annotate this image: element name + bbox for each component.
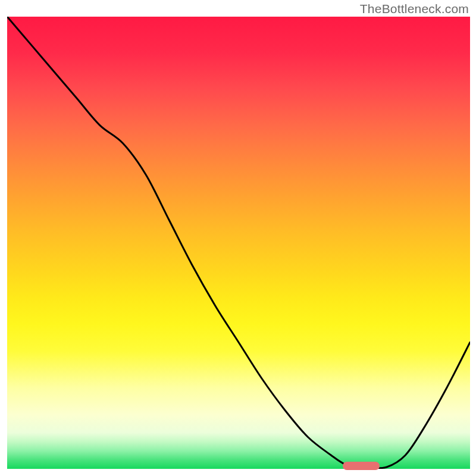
curve-svg <box>7 17 470 469</box>
watermark-text: TheBottleneck.com <box>360 2 469 16</box>
bottleneck-curve-path <box>7 17 470 468</box>
sweet-spot-marker <box>343 462 380 470</box>
bottleneck-chart: TheBottleneck.com <box>0 0 476 476</box>
